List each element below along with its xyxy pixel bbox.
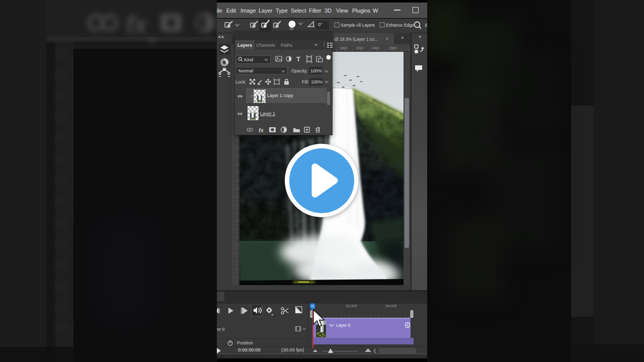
svg-text:T: T [296,55,300,63]
svg-text:fx: fx [259,127,264,133]
svg-text:fx: fx [126,11,148,38]
